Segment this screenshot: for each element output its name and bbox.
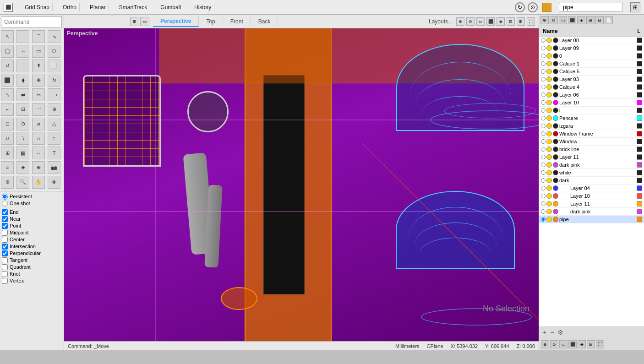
render-tool[interactable]: ◈ [16, 161, 29, 174]
layer-row[interactable]: Pencere [539, 114, 644, 122]
scale-tool[interactable]: ⤡ [1, 88, 14, 101]
layer-radio[interactable] [541, 186, 546, 190]
layers-icon[interactable]: ⊕ [540, 16, 549, 24]
vp-cube-icon[interactable]: ⬛ [486, 17, 495, 26]
snap-perpendicular[interactable]: Perpendicular [2, 250, 62, 257]
layer-row[interactable]: Layer 11 [539, 153, 644, 161]
layer-radio[interactable] [541, 201, 546, 206]
view-tool[interactable]: 👁 [48, 176, 60, 189]
layer-radio[interactable] [541, 163, 546, 167]
bottom-layers-icon[interactable]: ⊕ [541, 340, 549, 348]
vp-fullscreen-icon[interactable]: ⛶ [527, 17, 535, 26]
snap-history[interactable]: History [191, 3, 214, 11]
layer-row[interactable]: pipe [539, 216, 644, 223]
layer-row[interactable]: Layer 09 [539, 44, 644, 52]
layer-row[interactable]: dark pink [539, 161, 644, 169]
snap-planar[interactable]: Planar [87, 3, 109, 11]
snap-ortho[interactable]: Ortho [60, 3, 80, 11]
layer-radio[interactable] [541, 194, 546, 198]
search-input[interactable] [559, 3, 623, 12]
layer-radio[interactable] [541, 170, 546, 175]
polygon-tool[interactable]: ⬡ [48, 45, 60, 58]
target-icon[interactable]: ⊙ [550, 16, 558, 24]
material-icon[interactable]: ⬛ [568, 16, 576, 24]
curve-tool[interactable]: ∿ [48, 30, 60, 43]
layer-radio[interactable] [541, 100, 546, 105]
snap-midpoint[interactable]: Midpoint [2, 229, 62, 236]
vp-layers-icon[interactable]: ⊕ [456, 17, 464, 26]
snap-oneshot[interactable]: One shot [2, 200, 62, 207]
fillet-tool[interactable]: ⌐ [1, 103, 14, 116]
bottom-full-icon[interactable]: ⛶ [596, 340, 604, 348]
join-tool[interactable]: ⊕ [48, 103, 60, 116]
layer-row[interactable]: Calque 4 [539, 83, 644, 91]
box-tool[interactable]: ◻ [1, 118, 14, 130]
layer-radio[interactable] [541, 178, 546, 183]
snap-intersection[interactable]: Intersection [2, 243, 62, 250]
boolean-union[interactable]: ∪ [1, 132, 14, 145]
pan-tool[interactable]: ✋ [32, 176, 45, 189]
layer-row[interactable]: Calque 1 [539, 60, 644, 68]
tab-perspective[interactable]: Perspective [153, 16, 199, 27]
layer-radio[interactable] [541, 147, 546, 152]
block-tool[interactable]: ▦ [16, 147, 29, 159]
layer-row[interactable]: Window [539, 138, 644, 146]
layer-radio[interactable] [541, 77, 546, 81]
command-input[interactable] [2, 16, 62, 27]
layer-radio[interactable] [541, 85, 546, 89]
tab-front[interactable]: Front [223, 16, 251, 27]
snap-near[interactable]: Near [2, 216, 62, 223]
osnap-tool[interactable]: ⊗ [1, 176, 14, 189]
layer-row[interactable]: dark pink [539, 208, 644, 216]
snap-smarttrack[interactable]: SmartTrack [116, 3, 151, 11]
display-icon[interactable]: ⊟ [595, 16, 604, 24]
vp-render-icon[interactable]: ◈ [497, 17, 505, 26]
camera-tool[interactable]: 📷 [48, 161, 60, 174]
dim-tool[interactable]: ↔ [32, 147, 45, 159]
layer-row[interactable]: Layer 11 [539, 200, 644, 208]
remove-layer-btn[interactable]: − [550, 329, 554, 336]
layout-icon[interactable]: ⊞ [586, 16, 595, 24]
snap-grid[interactable]: Grid Snap [22, 3, 53, 11]
point-tool[interactable]: · [16, 30, 29, 43]
snap-knot[interactable]: Knot [2, 271, 62, 277]
layout-grid-icon[interactable]: ⊞ [130, 17, 139, 26]
bottom-page-icon[interactable]: ▭ [559, 340, 568, 348]
layer-radio[interactable] [541, 124, 546, 128]
layer-row[interactable]: Layer 03 [539, 76, 644, 83]
tab-back[interactable]: Back [251, 16, 278, 27]
properties-icon[interactable]: ▭ [559, 16, 567, 24]
cylinder-tool[interactable]: ⌀ [32, 118, 45, 130]
arc-tool[interactable]: ⌢ [16, 45, 29, 58]
text-tool[interactable]: T [48, 147, 60, 159]
layer-row[interactable]: Layer 04 [539, 185, 644, 192]
camera-sync-btn[interactable]: ↻ [515, 2, 525, 12]
move-tool[interactable]: ✥ [32, 74, 45, 87]
group-tool[interactable]: ⊞ [1, 147, 14, 159]
cone-tool[interactable]: △ [48, 118, 60, 130]
sphere-tool[interactable]: ⊙ [16, 118, 29, 130]
bottom-target-icon[interactable]: ⊙ [550, 340, 558, 348]
layer-row[interactable]: brick line [539, 146, 644, 153]
layer-row[interactable]: Window Frame [539, 130, 644, 138]
trim-tool[interactable]: ✂ [32, 88, 45, 101]
mesh-tool[interactable]: ⧫ [16, 74, 29, 87]
snap-persistent[interactable]: Persistent [2, 193, 62, 200]
layer-radio[interactable] [541, 217, 546, 222]
layer-row[interactable]: Calque 5 [539, 68, 644, 76]
add-layer-btn[interactable]: + [543, 329, 546, 336]
layer-row[interactable]: izgara [539, 122, 644, 130]
vp-split-h-icon[interactable]: ⊟ [507, 17, 515, 26]
layout-single-icon[interactable]: ▭ [140, 17, 149, 26]
layer-radio[interactable] [541, 61, 546, 66]
circle-tool[interactable]: ◯ [1, 45, 14, 58]
layer-row[interactable]: l [539, 107, 644, 114]
layer-row[interactable]: Layer 08 [539, 37, 644, 44]
layer-radio[interactable] [541, 139, 546, 144]
hatch-tool[interactable]: ≡ [1, 161, 14, 174]
boolean-diff[interactable]: ∖ [16, 132, 29, 145]
vp-page-icon[interactable]: ▭ [476, 17, 485, 26]
render-icon[interactable]: ◈ [577, 16, 585, 24]
surface-tool[interactable]: ⬜ [48, 60, 60, 72]
rect-tool[interactable]: ▭ [32, 45, 45, 58]
